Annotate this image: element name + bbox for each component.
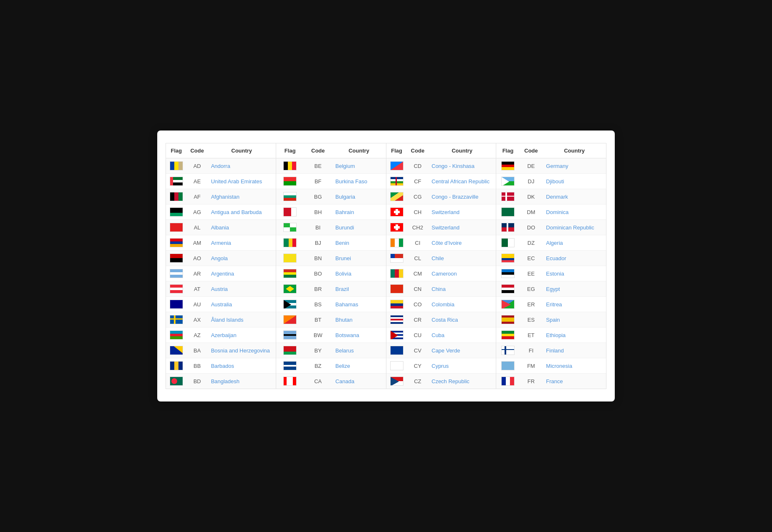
country-name[interactable]: Germany (543, 158, 606, 174)
flag-cell (166, 343, 187, 358)
country-name[interactable]: Bhutan (332, 312, 386, 328)
country-name[interactable]: Central African Republic (428, 174, 496, 189)
country-name[interactable]: Chile (428, 251, 496, 266)
country-name[interactable]: Czech Republic (428, 374, 496, 389)
country-name[interactable]: Bangladesh (208, 374, 276, 389)
flag-cell (496, 281, 519, 297)
country-name[interactable]: Switzerland (428, 220, 496, 235)
country-name[interactable]: Austria (208, 281, 276, 297)
flag-cell (166, 297, 187, 312)
country-name[interactable]: France (543, 374, 606, 389)
flag-CV (390, 346, 403, 355)
country-name[interactable]: Bolivia (332, 266, 386, 281)
flag-DJ (501, 177, 515, 186)
country-name[interactable]: Benin (332, 235, 386, 251)
country-name[interactable]: Egypt (543, 281, 606, 297)
country-name[interactable]: Algeria (543, 235, 606, 251)
country-name[interactable]: Denmark (543, 189, 606, 204)
table-row: AOAngola (166, 251, 276, 266)
table-row: AXÅland Islands (166, 312, 276, 328)
country-name[interactable]: Ethiopia (543, 328, 606, 343)
flag-FI (501, 346, 515, 355)
country-name[interactable]: Côte d'Ivoire (428, 235, 496, 251)
country-name[interactable]: Switzerland (428, 204, 496, 220)
country-name[interactable]: Ecuador (543, 251, 606, 266)
country-name[interactable]: Finland (543, 343, 606, 358)
country-name[interactable]: Burundi (332, 220, 386, 235)
flag-AO (170, 254, 183, 263)
flag-CN (390, 284, 403, 293)
country-name[interactable]: Brunei (332, 251, 386, 266)
flag-cell (386, 158, 407, 174)
country-name[interactable]: Dominican Republic (543, 220, 606, 235)
flag-cell (496, 235, 519, 251)
country-name[interactable]: Angola (208, 251, 276, 266)
country-name[interactable]: Azerbaijan (208, 328, 276, 343)
table-row: BNBrunei (276, 251, 386, 266)
country-name[interactable]: Congo - Brazzaville (428, 189, 496, 204)
country-name[interactable]: Brazil (332, 281, 386, 297)
country-name[interactable]: Barbados (208, 358, 276, 374)
country-name[interactable]: Armenia (208, 235, 276, 251)
country-code: CF (407, 174, 428, 189)
country-name[interactable]: Albania (208, 220, 276, 235)
flag-AT (170, 284, 183, 293)
flag-cell (386, 174, 407, 189)
table-row: CDCongo - Kinshasa (386, 158, 496, 174)
country-name[interactable]: Belarus (332, 343, 386, 358)
country-table-3: FlagCodeCountryCDCongo - KinshasaCFCentr… (386, 143, 496, 389)
country-name[interactable]: Cameroon (428, 266, 496, 281)
flag-BI (283, 223, 297, 232)
country-name[interactable]: Cyprus (428, 358, 496, 374)
country-name[interactable]: Belgium (332, 158, 386, 174)
flag-cell (496, 158, 519, 174)
country-name[interactable]: Andorra (208, 158, 276, 174)
flag-cell (496, 174, 519, 189)
country-name[interactable]: Åland Islands (208, 312, 276, 328)
country-name[interactable]: Eritrea (543, 297, 606, 312)
flag-CZ (390, 377, 403, 386)
table-row: CMCameroon (386, 266, 496, 281)
country-name[interactable]: Cape Verde (428, 343, 496, 358)
country-name[interactable]: Dominica (543, 204, 606, 220)
country-name[interactable]: Bahamas (332, 297, 386, 312)
flag-CG (390, 192, 403, 201)
flag-AG (170, 207, 183, 217)
country-name[interactable]: Djibouti (543, 174, 606, 189)
table-row: CRCosta Rica (386, 312, 496, 328)
flag-cell (166, 312, 187, 328)
table-row: FIFinland (496, 343, 606, 358)
country-name[interactable]: Burkina Faso (332, 174, 386, 189)
country-name[interactable]: United Arab Emirates (208, 174, 276, 189)
table-row: BTBhutan (276, 312, 386, 328)
flag-cell (166, 235, 187, 251)
country-name[interactable]: Botswana (332, 328, 386, 343)
flag-cell (496, 312, 519, 328)
country-name[interactable]: Costa Rica (428, 312, 496, 328)
country-name[interactable]: China (428, 281, 496, 297)
flag-cell (166, 174, 187, 189)
country-name[interactable]: Cuba (428, 328, 496, 343)
table-section-1: FlagCodeCountryADAndorraAEUnited Arab Em… (166, 143, 276, 389)
country-name[interactable]: Belize (332, 358, 386, 374)
flag-BR (283, 284, 297, 293)
country-name[interactable]: Bosnia and Herzegovina (208, 343, 276, 358)
country-name[interactable]: Bulgaria (332, 189, 386, 204)
country-name[interactable]: Argentina (208, 266, 276, 281)
table-row: AMArmenia (166, 235, 276, 251)
country-name[interactable]: Antigua and Barbuda (208, 204, 276, 220)
flag-AZ (170, 330, 183, 340)
flag-EC (501, 254, 515, 263)
country-code: BW (304, 328, 332, 343)
table-row: BJBenin (276, 235, 386, 251)
country-name[interactable]: Estonia (543, 266, 606, 281)
country-name[interactable]: Congo - Kinshasa (428, 158, 496, 174)
country-name[interactable]: Spain (543, 312, 606, 328)
country-name[interactable]: Canada (332, 374, 386, 389)
country-name[interactable]: Colombia (428, 297, 496, 312)
flag-cell (496, 189, 519, 204)
country-name[interactable]: Bahrain (332, 204, 386, 220)
country-name[interactable]: Micronesia (543, 358, 606, 374)
country-name[interactable]: Australia (208, 297, 276, 312)
country-name[interactable]: Afghanistan (208, 189, 276, 204)
